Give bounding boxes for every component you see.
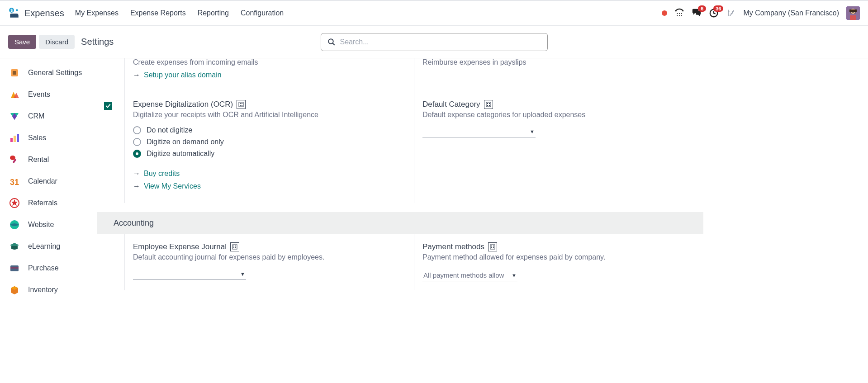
phone-icon[interactable] — [674, 8, 684, 18]
sidebar-item-rental[interactable]: Rental — [0, 149, 97, 170]
crm-icon — [9, 111, 20, 122]
save-button[interactable]: Save — [8, 35, 36, 49]
svg-rect-14 — [849, 9, 857, 12]
chat-icon[interactable]: 6 — [692, 8, 702, 18]
payment-dropdown[interactable]: All payment methods allow ▼ — [422, 269, 517, 282]
svg-rect-22 — [14, 136, 16, 142]
avatar[interactable] — [846, 6, 860, 20]
sidebar-item-sales[interactable]: Sales — [0, 127, 97, 149]
ocr-desc: Digitalize your receipts with OCR and Ar… — [133, 111, 400, 119]
svg-rect-30 — [10, 267, 19, 269]
payment-desc: Payment method allowed for expenses paid… — [422, 253, 690, 261]
svg-rect-38 — [489, 103, 490, 104]
svg-rect-46 — [490, 245, 495, 249]
elearning-icon — [9, 241, 20, 252]
calendar-icon: 31 — [9, 176, 20, 187]
svg-rect-20 — [13, 71, 16, 75]
sidebar-item-label: Events — [28, 90, 50, 99]
events-icon — [9, 89, 20, 100]
ocr-option-0[interactable]: Do not digitize — [133, 126, 400, 134]
arrow-right-icon: → — [133, 71, 140, 79]
website-icon — [9, 219, 20, 230]
building-icon[interactable] — [484, 100, 493, 109]
link-label: Buy credits — [144, 170, 180, 178]
sidebar-item-label: Inventory — [28, 286, 58, 294]
sidebar-item-label: eLearning — [28, 242, 60, 251]
alias-domain-link[interactable]: → Setup your alias domain — [133, 71, 400, 79]
svg-rect-40 — [489, 105, 490, 106]
svg-rect-4 — [683, 10, 684, 12]
building-icon[interactable] — [230, 242, 239, 251]
arrow-right-icon: → — [133, 170, 140, 178]
sidebar-item-purchase[interactable]: Purchase — [0, 257, 97, 279]
radio-icon-selected — [133, 150, 141, 158]
svg-rect-44 — [233, 247, 234, 248]
svg-rect-31 — [239, 102, 243, 107]
journal-desc: Default accounting journal for expenses … — [133, 253, 400, 261]
sidebar-item-general[interactable]: General Settings — [0, 62, 97, 84]
svg-rect-17 — [850, 15, 856, 20]
default-category-desc: Default expense categories for uploaded … — [422, 111, 690, 119]
sidebar-item-referrals[interactable]: Referrals — [0, 192, 97, 214]
sidebar-item-website[interactable]: Website — [0, 214, 97, 236]
radio-label: Digitize on demand only — [147, 138, 224, 146]
search-container[interactable] — [321, 33, 548, 51]
svg-rect-32 — [240, 103, 241, 104]
nav-expense-reports[interactable]: Expense Reports — [130, 9, 186, 17]
page-title: Settings — [81, 37, 114, 47]
nav-configuration[interactable]: Configuration — [241, 9, 284, 17]
sidebar-item-crm[interactable]: CRM — [0, 105, 97, 127]
sidebar-item-elearning[interactable]: eLearning — [0, 236, 97, 257]
control-bar: Save Discard Settings — [0, 26, 868, 58]
sidebar-item-label: Sales — [28, 134, 46, 142]
link-label: Setup your alias domain — [144, 71, 222, 79]
svg-point-18 — [328, 39, 333, 44]
default-category-dropdown[interactable]: ▼ — [422, 126, 536, 137]
svg-rect-35 — [242, 105, 242, 106]
topbar: $ Expenses My Expenses Expense Reports R… — [0, 0, 868, 26]
top-nav: My Expenses Expense Reports Reporting Co… — [75, 9, 284, 17]
nav-my-expenses[interactable]: My Expenses — [75, 9, 119, 17]
rental-icon — [9, 154, 20, 165]
sidebar-item-label: Website — [28, 221, 54, 229]
ocr-option-2[interactable]: Digitize automatically — [133, 150, 400, 158]
view-services-link[interactable]: → View My Services — [133, 182, 400, 190]
sidebar-item-label: Purchase — [28, 264, 59, 272]
discard-button[interactable]: Discard — [39, 35, 75, 49]
arrow-right-icon: → — [133, 182, 140, 190]
clock-icon[interactable]: 36 — [709, 8, 719, 18]
building-icon[interactable] — [237, 100, 246, 109]
svg-rect-34 — [240, 105, 241, 106]
app-logo[interactable]: $ Expenses — [8, 7, 64, 19]
chevron-down-icon: ▼ — [512, 273, 517, 278]
svg-rect-50 — [493, 247, 494, 248]
search-input[interactable] — [340, 38, 541, 46]
sidebar-item-inventory[interactable]: Inventory — [0, 279, 97, 301]
chevron-down-icon: ▼ — [530, 129, 535, 134]
company-name[interactable]: My Company (San Francisco) — [743, 9, 839, 17]
svg-rect-42 — [233, 246, 234, 246]
link-label: View My Services — [144, 182, 201, 190]
svg-rect-47 — [491, 246, 492, 246]
tools-icon[interactable] — [726, 8, 736, 18]
sidebar-item-calendar[interactable]: 31 Calendar — [0, 170, 97, 192]
setting-title-text: Expense Digitalization (OCR) — [133, 100, 233, 109]
svg-rect-36 — [486, 102, 491, 107]
sidebar-item-events[interactable]: Events — [0, 84, 97, 105]
svg-point-2 — [16, 9, 18, 11]
buy-credits-link[interactable]: → Buy credits — [133, 170, 400, 178]
svg-rect-8 — [677, 15, 678, 16]
nav-reporting[interactable]: Reporting — [198, 9, 229, 17]
building-icon[interactable] — [488, 242, 497, 251]
payment-title: Payment methods — [422, 242, 690, 251]
svg-rect-5 — [677, 13, 678, 14]
setting-title-text: Default Category — [422, 100, 480, 109]
chat-badge: 6 — [698, 5, 706, 12]
status-dot[interactable] — [662, 10, 667, 16]
content-scroll[interactable]: Create expenses from incoming emails → S… — [97, 58, 868, 383]
ocr-option-1[interactable]: Digitize on demand only — [133, 138, 400, 146]
journal-dropdown[interactable]: ▼ — [133, 269, 246, 280]
svg-rect-9 — [679, 15, 680, 16]
ocr-checkbox[interactable] — [104, 102, 112, 110]
svg-rect-49 — [491, 247, 492, 248]
